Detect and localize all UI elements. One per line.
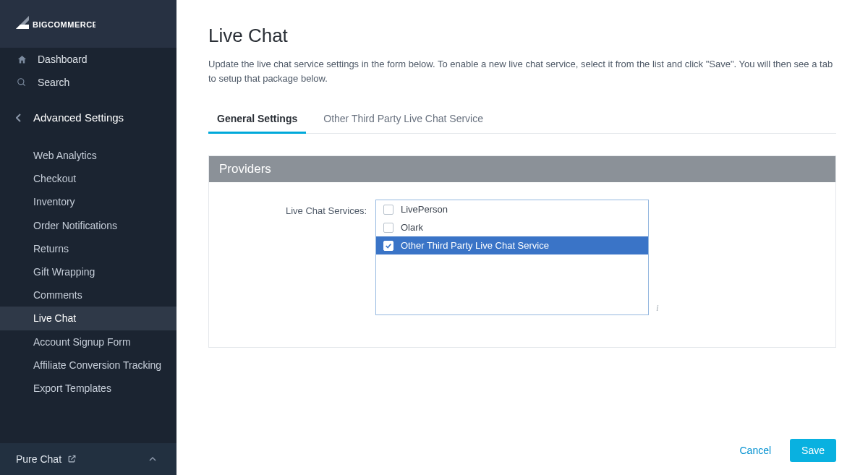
sidebar-item-checkout[interactable]: Checkout: [0, 167, 176, 190]
section-header-advanced-settings[interactable]: Advanced Settings: [0, 104, 176, 131]
chevron-up-icon: [149, 454, 156, 465]
footer-pure-chat[interactable]: Pure Chat: [0, 443, 176, 475]
sidebar-item-comments[interactable]: Comments: [0, 283, 176, 307]
tab-general-settings[interactable]: General Settings: [208, 106, 306, 133]
brand-logo[interactable]: BIGCOMMERCE: [0, 0, 176, 48]
sidebar-item-live-chat[interactable]: Live Chat: [0, 307, 176, 330]
svg-line-2: [23, 84, 25, 86]
tab-other-third-party-live-chat-service[interactable]: Other Third Party Live Chat Service: [315, 106, 492, 133]
cancel-button[interactable]: Cancel: [739, 445, 771, 456]
divider: [0, 131, 176, 140]
list-option-liveperson[interactable]: LivePerson: [376, 200, 648, 218]
footer-label: Pure Chat: [16, 453, 61, 465]
list-option-olark[interactable]: Olark: [376, 218, 648, 236]
list-option-label: Olark: [401, 222, 423, 233]
providers-panel: Providers Live Chat Services: LivePerson…: [208, 155, 836, 348]
page-title: Live Chat: [208, 25, 836, 47]
info-icon[interactable]: i: [649, 302, 659, 315]
checkbox-icon: [383, 223, 393, 233]
tabs: General SettingsOther Third Party Live C…: [208, 106, 836, 134]
nav-dashboard[interactable]: Dashboard: [0, 48, 176, 71]
field-label-live-chat-services: Live Chat Services:: [216, 200, 375, 315]
external-link-icon: [67, 454, 77, 464]
sidebar: BIGCOMMERCE Dashboard Search Advanced Se…: [0, 0, 176, 475]
chevron-left-icon: [16, 114, 27, 122]
bigcommerce-logo-icon: BIGCOMMERCE: [16, 16, 95, 32]
sidebar-item-export-templates[interactable]: Export Templates: [0, 377, 176, 400]
live-chat-services-listbox[interactable]: LivePersonOlarkOther Third Party Live Ch…: [375, 200, 649, 315]
nav-dashboard-label: Dashboard: [38, 54, 88, 65]
home-icon: [16, 54, 27, 65]
section-title: Advanced Settings: [33, 111, 124, 124]
panel-body: Live Chat Services: LivePersonOlarkOther…: [209, 182, 835, 347]
action-bar: Cancel Save: [739, 439, 836, 462]
search-icon: [16, 77, 27, 88]
sidebar-item-gift-wrapping[interactable]: Gift Wrapping: [0, 260, 176, 283]
checkbox-icon: [383, 241, 393, 251]
list-option-other-third-party-live-chat-service[interactable]: Other Third Party Live Chat Service: [376, 236, 648, 254]
checkbox-icon: [383, 205, 393, 215]
sidebar-item-order-notifications[interactable]: Order Notifications: [0, 214, 176, 237]
sidebar-item-returns[interactable]: Returns: [0, 237, 176, 260]
sidebar-item-inventory[interactable]: Inventory: [0, 190, 176, 213]
main-content: Live Chat Update the live chat service s…: [176, 0, 868, 475]
sidebar-item-web-analytics[interactable]: Web Analytics: [0, 144, 176, 167]
sidebar-item-account-signup-form[interactable]: Account Signup Form: [0, 330, 176, 354]
svg-point-1: [18, 79, 24, 85]
sidebar-item-affiliate-conversion-tracking[interactable]: Affiliate Conversion Tracking: [0, 354, 176, 377]
nav-search[interactable]: Search: [0, 71, 176, 94]
sub-nav: Web AnalyticsCheckoutInventoryOrder Noti…: [0, 140, 176, 443]
panel-header: Providers: [209, 156, 835, 182]
svg-text:BIGCOMMERCE: BIGCOMMERCE: [33, 20, 95, 29]
page-description: Update the live chat service settings in…: [208, 57, 836, 85]
save-button[interactable]: Save: [790, 439, 836, 462]
list-option-label: LivePerson: [401, 204, 448, 215]
nav-search-label: Search: [38, 77, 69, 88]
divider: [0, 94, 176, 104]
list-option-label: Other Third Party Live Chat Service: [401, 240, 549, 251]
